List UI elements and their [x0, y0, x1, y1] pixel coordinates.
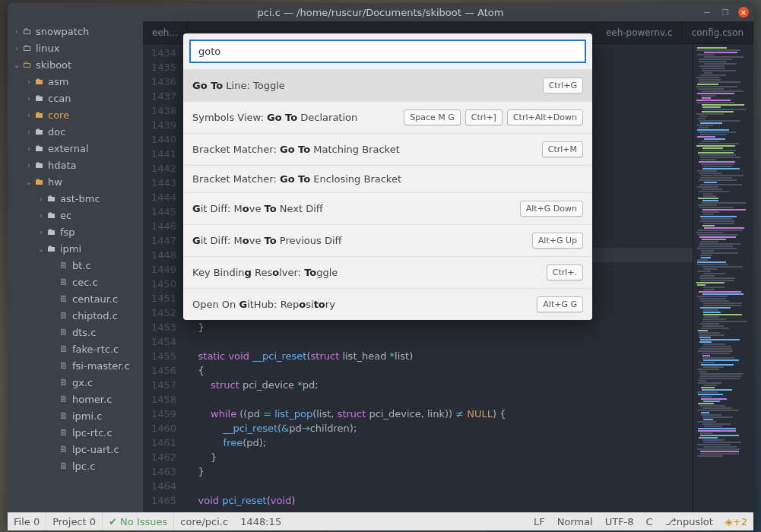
keybinding: Ctrl+]: [465, 109, 503, 125]
gutter: 1434 1435 1436 1437 1438 1439 1440 1441 …: [143, 44, 185, 512]
status-branch[interactable]: ⎇ npuslot: [659, 516, 719, 527]
tree-item[interactable]: 🗎ipmi.c: [8, 407, 143, 424]
command-palette-list[interactable]: Go To Line: ToggleCtrl+GSymbols View: Go…: [183, 69, 592, 320]
status-file[interactable]: File 0: [8, 513, 46, 530]
tree-item[interactable]: ›🖿ec: [8, 207, 143, 223]
tree-item[interactable]: 🗎chiptod.c: [8, 307, 143, 324]
tree-item[interactable]: 🗎bt.c: [8, 257, 143, 274]
tree-item[interactable]: ›🗀snowpatch: [8, 23, 143, 40]
palette-item[interactable]: Key Binding Resolver: ToggleCtrl+.: [183, 256, 592, 288]
tab[interactable]: eeh...: [143, 21, 188, 43]
command-palette-input[interactable]: [189, 40, 586, 63]
window-title: pci.c — /home/ruscur/Documents/skiboot —…: [258, 7, 504, 18]
tab[interactable]: config.cson: [683, 21, 753, 43]
keybinding: Alt+G Down: [520, 201, 583, 217]
keybinding: Space M G: [404, 109, 461, 125]
tree-item[interactable]: 🗎centaur.c: [8, 290, 143, 307]
status-bar: File 0 Project 0 ✔ No Issues core/pci.c …: [8, 512, 753, 530]
tree-item[interactable]: 🗎lpc-rtc.c: [8, 424, 143, 441]
tree-item[interactable]: 🗎homer.c: [8, 391, 143, 407]
tree-item[interactable]: ›🖿asm: [8, 73, 143, 90]
close-button[interactable]: ✕: [738, 7, 749, 17]
status-warn[interactable]: ◈ +2: [719, 516, 753, 527]
status-lf[interactable]: LF: [528, 516, 551, 527]
tree-item[interactable]: ⌄🖿ipmi: [8, 240, 143, 257]
tree-item[interactable]: ›🖿doc: [8, 123, 143, 140]
tree-item[interactable]: ›🖿external: [8, 140, 143, 157]
status-lang[interactable]: C: [640, 516, 659, 527]
keybinding: Alt+G Up: [532, 233, 583, 249]
keybinding: Ctrl+G: [543, 78, 583, 93]
window: pci.c — /home/ruscur/Documents/skiboot —…: [8, 3, 753, 530]
tree-item[interactable]: 🗎lpc.c: [8, 458, 143, 474]
tree-item[interactable]: 🗎fake-rtc.c: [8, 340, 143, 357]
status-cursor[interactable]: 1448:15: [234, 513, 287, 530]
status-mode[interactable]: Normal: [551, 516, 599, 527]
tree-item[interactable]: ›🗀linux: [8, 40, 143, 56]
palette-item[interactable]: Open On GitHub: RepositoryAlt+G G: [183, 288, 592, 320]
tree-item[interactable]: ›🖿ast-bmc: [8, 190, 143, 207]
tree-item[interactable]: ⌄🖿hw: [8, 173, 143, 190]
tree-item[interactable]: 🗎gx.c: [8, 374, 143, 391]
status-encoding[interactable]: UTF-8: [599, 516, 640, 527]
titlebar: pci.c — /home/ruscur/Documents/skiboot —…: [8, 3, 753, 21]
palette-item[interactable]: Bracket Matcher: Go To Matching BracketC…: [183, 133, 592, 165]
command-palette: Go To Line: ToggleCtrl+GSymbols View: Go…: [183, 33, 592, 320]
tree-item[interactable]: ›🖿hdata: [8, 157, 143, 173]
tree-item[interactable]: ›🖿core: [8, 106, 143, 123]
palette-item[interactable]: Bracket Matcher: Go To Enclosing Bracket: [183, 165, 592, 192]
palette-item[interactable]: Git Diff: Move To Next DiffAlt+G Down: [183, 192, 592, 224]
maximize-button[interactable]: ❐: [720, 7, 731, 17]
palette-item[interactable]: Go To Line: ToggleCtrl+G: [183, 69, 592, 101]
tab[interactable]: eeh-powernv.c: [597, 21, 683, 43]
tree-item[interactable]: 🗎cec.c: [8, 274, 143, 290]
palette-item[interactable]: Symbols View: Go To DeclarationSpace M G…: [183, 101, 592, 133]
tree-item[interactable]: ›🖿ccan: [8, 90, 143, 106]
tree-item[interactable]: 🗎fsi-master.c: [8, 357, 143, 374]
palette-item[interactable]: Git Diff: Move To Previous DiffAlt+G Up: [183, 224, 592, 256]
status-project[interactable]: Project 0: [46, 513, 103, 530]
status-path[interactable]: core/pci.c: [174, 513, 234, 530]
keybinding: Alt+G G: [537, 296, 583, 312]
minimize-button[interactable]: [702, 7, 712, 17]
tree-item[interactable]: 🗎dts.c: [8, 324, 143, 340]
keybinding: Ctrl+Alt+Down: [507, 109, 583, 125]
keybinding: Ctrl+.: [547, 264, 583, 280]
tree-item[interactable]: ⌄🗀skiboot: [8, 56, 143, 73]
tree-item[interactable]: ›🖿fsp: [8, 223, 143, 240]
status-issues[interactable]: ✔ No Issues: [103, 513, 174, 530]
file-tree[interactable]: ›🗀snowpatch›🗀linux⌄🗀skiboot›🖿asm›🖿ccan›🖿…: [8, 21, 143, 512]
tree-item[interactable]: 🗎lpc-uart.c: [8, 441, 143, 458]
keybinding: Ctrl+M: [542, 141, 583, 157]
minimap[interactable]: [693, 44, 753, 512]
